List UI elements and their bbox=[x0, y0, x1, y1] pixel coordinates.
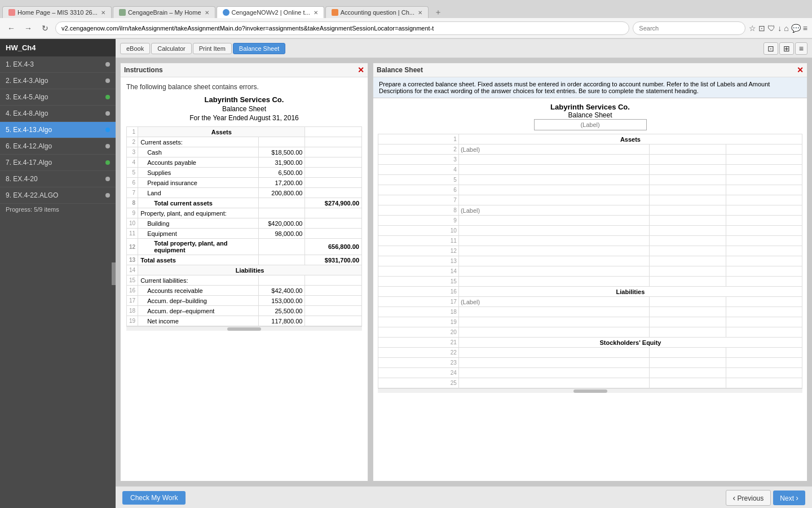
sidebar-item-2[interactable]: 2. Ex.4-3.Algo bbox=[0, 73, 116, 89]
answer-r3-a2[interactable] bbox=[728, 156, 800, 163]
answer-r3-label[interactable] bbox=[461, 156, 647, 163]
sidebar-item-1[interactable]: 1. EX.4-3 bbox=[0, 56, 116, 73]
answer-r3-a1[interactable] bbox=[651, 156, 723, 163]
sidebar-item-8[interactable]: 8. EX.4-20 bbox=[0, 171, 116, 187]
ebook-button[interactable]: eBook bbox=[120, 43, 150, 54]
answer-r14-a1[interactable] bbox=[651, 268, 723, 275]
answer-r13-a2[interactable] bbox=[728, 258, 800, 265]
bookmark-icon[interactable]: ☆ bbox=[749, 24, 756, 33]
answer-row2-a2[interactable] bbox=[728, 146, 800, 153]
answer-r5-label[interactable] bbox=[461, 177, 647, 183]
answer-r23-label[interactable] bbox=[461, 360, 647, 366]
answer-label-input[interactable] bbox=[534, 119, 647, 130]
view-btn-1[interactable]: ⊡ bbox=[764, 42, 778, 55]
answer-r14-a2[interactable] bbox=[728, 268, 800, 275]
answer-r20-a2[interactable] bbox=[728, 329, 800, 336]
shield-icon[interactable]: 🛡 bbox=[767, 24, 775, 33]
answer-r25-a1[interactable] bbox=[651, 380, 723, 387]
answer-row8-a1[interactable] bbox=[651, 207, 723, 214]
answer-r6-a1[interactable] bbox=[651, 187, 723, 194]
answer-r4-a2[interactable] bbox=[728, 167, 800, 173]
answer-row2-label[interactable] bbox=[461, 146, 647, 153]
answer-r12-label[interactable] bbox=[461, 248, 647, 255]
answer-r7-label[interactable] bbox=[461, 197, 647, 204]
home-icon[interactable]: ⌂ bbox=[784, 24, 788, 33]
view-btn-3[interactable]: ≡ bbox=[795, 42, 807, 55]
answer-r10-a2[interactable] bbox=[728, 227, 800, 234]
print-button[interactable]: Print Item bbox=[193, 43, 232, 54]
answer-r11-label[interactable] bbox=[461, 238, 647, 244]
answer-r6-a2[interactable] bbox=[728, 187, 800, 194]
answer-row17-a1[interactable] bbox=[651, 299, 723, 305]
tab-close-1[interactable]: ✕ bbox=[101, 10, 105, 16]
answer-r18-label[interactable] bbox=[461, 309, 647, 316]
tab-3[interactable]: CengageNOWv2 | Online t... ✕ bbox=[217, 6, 324, 18]
answer-r4-label[interactable] bbox=[461, 167, 647, 173]
answer-r23-a2[interactable] bbox=[728, 360, 800, 366]
answer-r18-a2[interactable] bbox=[728, 309, 800, 316]
answer-close-button[interactable]: ✕ bbox=[797, 65, 804, 75]
sidebar-item-4[interactable]: 4. Ex.4-8.Algo bbox=[0, 106, 116, 122]
instruction-scrollbar[interactable] bbox=[126, 326, 362, 331]
answer-r25-label[interactable] bbox=[461, 380, 647, 387]
answer-row17-label[interactable] bbox=[461, 299, 647, 305]
instruction-close-button[interactable]: ✕ bbox=[358, 65, 364, 75]
balance-sheet-tab-button[interactable]: Balance Sheet bbox=[233, 43, 286, 54]
answer-r14-label[interactable] bbox=[461, 268, 647, 275]
tab-close-4[interactable]: ✕ bbox=[418, 10, 422, 16]
reload-button[interactable]: ↻ bbox=[38, 21, 52, 35]
answer-r22-label[interactable] bbox=[461, 349, 647, 356]
answer-r15-label[interactable] bbox=[461, 278, 647, 285]
answer-r7-a2[interactable] bbox=[728, 197, 800, 204]
answer-r7-a1[interactable] bbox=[651, 197, 723, 204]
check-work-button[interactable]: Check My Work bbox=[122, 491, 186, 505]
answer-row8-label[interactable] bbox=[461, 207, 647, 214]
answer-r15-a1[interactable] bbox=[651, 278, 723, 285]
answer-r12-a2[interactable] bbox=[728, 248, 800, 255]
answer-r24-a1[interactable] bbox=[651, 370, 723, 376]
next-button[interactable]: Next › bbox=[773, 491, 805, 505]
sidebar-item-7[interactable]: 7. Ex.4-17.Algo bbox=[0, 155, 116, 171]
answer-r19-label[interactable] bbox=[461, 319, 647, 326]
answer-row17-a2[interactable] bbox=[728, 299, 800, 305]
sidebar-collapse-button[interactable]: ‹ bbox=[112, 262, 116, 285]
calculator-button[interactable]: Calculator bbox=[151, 43, 192, 54]
sync-icon[interactable]: ⊡ bbox=[758, 24, 765, 33]
forward-button[interactable]: → bbox=[21, 21, 35, 35]
answer-r13-a1[interactable] bbox=[651, 258, 723, 265]
answer-r4-a1[interactable] bbox=[651, 167, 723, 173]
url-bar[interactable] bbox=[55, 21, 629, 35]
answer-r5-a1[interactable] bbox=[651, 177, 723, 183]
answer-r22-a2[interactable] bbox=[728, 349, 800, 356]
answer-r18-a1[interactable] bbox=[651, 309, 723, 316]
new-tab-button[interactable]: ＋ bbox=[430, 6, 447, 18]
answer-r25-a2[interactable] bbox=[728, 380, 800, 387]
answer-r22-a1[interactable] bbox=[651, 349, 723, 356]
answer-r6-label[interactable] bbox=[461, 187, 647, 194]
back-button[interactable]: ← bbox=[5, 21, 18, 35]
answer-r24-label[interactable] bbox=[461, 370, 647, 376]
tab-close-2[interactable]: ✕ bbox=[205, 10, 209, 16]
answer-r11-a1[interactable] bbox=[651, 238, 723, 244]
answer-r19-a1[interactable] bbox=[651, 319, 723, 326]
answer-r20-a1[interactable] bbox=[651, 329, 723, 336]
sidebar-item-6[interactable]: 6. Ex.4-12.Algo bbox=[0, 138, 116, 155]
tab-4[interactable]: Accounting question | Ch... ✕ bbox=[325, 6, 429, 18]
comment-icon[interactable]: 💬 bbox=[791, 24, 801, 33]
answer-r15-a2[interactable] bbox=[728, 278, 800, 285]
previous-button[interactable]: ‹ Previous bbox=[726, 490, 771, 506]
answer-r12-a1[interactable] bbox=[651, 248, 723, 255]
tab-2[interactable]: CengageBrain – My Home ✕ bbox=[113, 6, 215, 18]
tab-close-3[interactable]: ✕ bbox=[314, 10, 318, 16]
answer-r9-label[interactable] bbox=[461, 217, 647, 224]
tab-1[interactable]: Home Page – MIS 3310 26... ✕ bbox=[2, 6, 112, 18]
view-btn-2[interactable]: ⊞ bbox=[779, 42, 794, 55]
sidebar-item-3[interactable]: 3. Ex.4-5.Algo bbox=[0, 89, 116, 106]
answer-row2-a1[interactable] bbox=[651, 146, 723, 153]
answer-r13-label[interactable] bbox=[461, 258, 647, 265]
sidebar-item-5[interactable]: 5. Ex.4-13.Algo bbox=[0, 122, 116, 138]
answer-r24-a2[interactable] bbox=[728, 370, 800, 376]
answer-scrollbar[interactable] bbox=[378, 388, 802, 393]
answer-r19-a2[interactable] bbox=[728, 319, 800, 326]
answer-r9-a2[interactable] bbox=[728, 217, 800, 224]
